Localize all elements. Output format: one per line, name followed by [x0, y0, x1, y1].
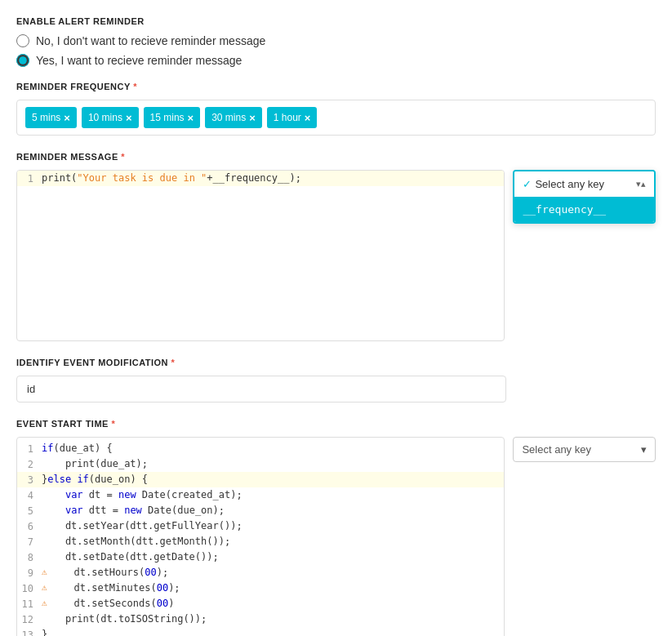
- evt-line-3: 3 }else if(due_on) {: [17, 472, 504, 487]
- warning-icon-10: ⚠: [42, 582, 47, 593]
- select-key-header[interactable]: ✓Select any key ▾▴: [514, 171, 654, 197]
- identify-event-input[interactable]: [16, 376, 506, 403]
- evt-line-13: 13 }: [17, 627, 504, 636]
- tag-15mins: 15 mins ×: [144, 107, 201, 128]
- radio-yes[interactable]: Yes, I want to recieve reminder message: [16, 54, 656, 67]
- reminder-message-section: REMINDER MESSAGE * 1 print("Your task is…: [16, 152, 656, 341]
- evt-line-8: 8 dt.setDate(dtt.getDate());: [17, 549, 504, 565]
- radio-no-input[interactable]: [16, 34, 29, 47]
- evt-line-1: 1 if(due_at) {: [17, 441, 504, 456]
- tag-10mins-label: 10 mins: [88, 112, 122, 123]
- dropdown-arrow-icon: ▾▴: [636, 179, 646, 189]
- event-start-label: EVENT START TIME *: [16, 419, 656, 429]
- tag-1hour-label: 1 hour: [274, 112, 301, 123]
- line-content-1: print("Your task is due in "+__frequency…: [42, 172, 301, 184]
- code-line-1: 1 print("Your task is due in "+__frequen…: [17, 171, 504, 186]
- evt-line-9: 9 ⚠ dt.setHours(00);: [17, 565, 504, 580]
- evt-line-10: 10 ⚠ dt.setMinutes(00);: [17, 580, 504, 596]
- tag-5mins-label: 5 mins: [32, 112, 60, 123]
- tag-10mins-remove[interactable]: ×: [126, 112, 132, 124]
- identify-event-label: IDENTIFY EVENT MODIFICATION *: [16, 358, 656, 367]
- tag-30mins-label: 30 mins: [211, 112, 246, 123]
- reminder-code-editor[interactable]: 1 print("Your task is due in "+__frequen…: [16, 170, 505, 341]
- enable-alert-section: ENABLE ALERT REMINDER No, I don't want t…: [16, 16, 656, 67]
- radio-no-label: No, I don't want to recieve reminder mes…: [36, 34, 265, 47]
- frequency-option[interactable]: __frequency__: [514, 197, 654, 222]
- evt-line-5: 5 var dtt = new Date(due_on);: [17, 503, 504, 518]
- evt-line-4: 4 var dt = new Date(created_at);: [17, 487, 504, 503]
- warning-icon-9: ⚠: [42, 567, 47, 577]
- select-any-key-label: Select any key: [535, 178, 604, 190]
- tag-30mins: 30 mins ×: [205, 107, 262, 128]
- evt-line-7: 7 dt.setMonth(dtt.getMonth());: [17, 534, 504, 549]
- check-icon: ✓: [523, 178, 532, 190]
- tag-1hour-remove[interactable]: ×: [305, 112, 311, 124]
- required-marker: *: [131, 82, 137, 91]
- event-start-key-dropdown[interactable]: Select any key ▾: [513, 437, 656, 462]
- event-start-dropdown-arrow: ▾: [641, 443, 647, 456]
- event-start-wrapper: 1 if(due_at) { 2 print(due_at); 3 }else …: [16, 437, 656, 636]
- reminder-message-label: REMINDER MESSAGE *: [16, 152, 656, 162]
- radio-no[interactable]: No, I don't want to recieve reminder mes…: [16, 34, 656, 47]
- reminder-code-wrapper: 1 print("Your task is due in "+__frequen…: [16, 170, 656, 341]
- evt-line-12: 12 print(dt.toISOString());: [17, 612, 504, 627]
- evt-line-2: 2 print(due_at);: [17, 456, 504, 472]
- warning-icon-11: ⚠: [42, 598, 47, 608]
- event-start-code-editor[interactable]: 1 if(due_at) { 2 print(due_at); 3 }else …: [16, 437, 505, 636]
- reminder-frequency-label: REMINDER FREQUENCY *: [16, 82, 656, 91]
- tag-5mins-remove[interactable]: ×: [64, 112, 70, 124]
- frequency-option-label: __frequency__: [523, 203, 606, 216]
- event-start-key-label: Select any key: [522, 443, 591, 456]
- evt-line-11: 11 ⚠ dt.setSeconds(00): [17, 596, 504, 612]
- tag-15mins-remove[interactable]: ×: [188, 112, 194, 124]
- identify-event-section: IDENTIFY EVENT MODIFICATION *: [16, 358, 656, 403]
- tag-10mins: 10 mins ×: [82, 107, 139, 128]
- reminder-key-dropdown[interactable]: ✓Select any key ▾▴ __frequency__: [513, 170, 656, 224]
- event-start-section: EVENT START TIME * 1 if(due_at) { 2 prin…: [16, 419, 656, 636]
- tags-container: 5 mins × 10 mins × 15 mins × 30 mins × 1…: [16, 100, 656, 136]
- tag-1hour: 1 hour ×: [267, 107, 318, 128]
- tag-30mins-remove[interactable]: ×: [249, 112, 256, 124]
- radio-yes-input[interactable]: [16, 54, 29, 67]
- line-num-1: 1: [17, 172, 42, 185]
- tag-15mins-label: 15 mins: [150, 112, 185, 123]
- tag-5mins: 5 mins ×: [25, 107, 77, 128]
- reminder-frequency-section: REMINDER FREQUENCY * 5 mins × 10 mins × …: [16, 82, 656, 136]
- evt-line-6: 6 dt.setYear(dtt.getFullYear());: [17, 518, 504, 534]
- radio-yes-label: Yes, I want to recieve reminder message: [36, 54, 242, 67]
- enable-alert-label: ENABLE ALERT REMINDER: [16, 16, 656, 26]
